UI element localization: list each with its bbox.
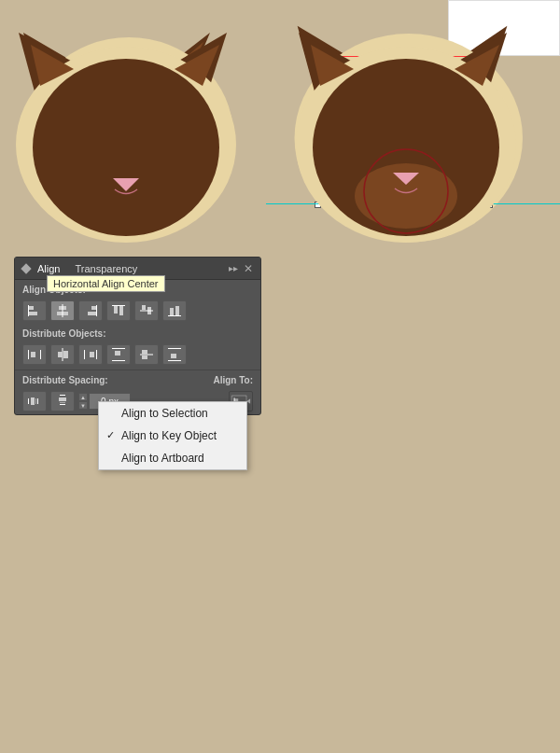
svg-rect-57	[59, 397, 66, 401]
panel-tabs: Align Transparency	[35, 263, 225, 274]
align-objects-label: Align Objects:	[15, 280, 260, 298]
distribute-objects-row	[15, 342, 260, 368]
svg-rect-53	[31, 397, 35, 405]
svg-rect-47	[142, 350, 147, 355]
distribute-bottom-button[interactable]	[162, 344, 187, 365]
distribute-v-spacing-button[interactable]	[50, 391, 75, 411]
panel-diamond-icon	[21, 263, 31, 273]
svg-rect-27	[112, 305, 125, 306]
cat-bottom-right	[285, 9, 537, 247]
panel-header: Align Transparency ▸▸ ✕	[15, 258, 260, 280]
align-to-dropdown-menu: Align to Selection Align to Key Object A…	[98, 401, 247, 470]
svg-rect-30	[140, 311, 153, 312]
distribute-h-spacing-button[interactable]	[22, 391, 47, 411]
svg-rect-55	[35, 398, 36, 404]
svg-rect-41	[90, 352, 94, 357]
distribute-center-h-button[interactable]	[50, 344, 75, 365]
svg-rect-23	[88, 312, 97, 315]
separator	[15, 370, 260, 370]
svg-rect-34	[28, 350, 29, 359]
cat-bottom-left	[5, 9, 257, 247]
spinner-up[interactable]: ▲	[78, 393, 88, 401]
align-to-artboard-item[interactable]: Align to Artboard	[99, 447, 246, 469]
spinner-down[interactable]: ▼	[78, 401, 88, 410]
spacing-spinner[interactable]: ▲ ▼	[78, 393, 88, 410]
distribute-objects-label: Distribute Objects:	[15, 324, 260, 342]
distribute-spacing-row: Distribute Spacing: Align To:	[15, 372, 260, 388]
svg-rect-45	[112, 360, 125, 361]
distribute-top-button[interactable]	[106, 344, 131, 365]
align-to-key-object-item[interactable]: Align to Key Object	[99, 425, 246, 447]
panel-close-icon[interactable]: ✕	[244, 262, 253, 275]
align-objects-row: Horizontal Align Center	[15, 298, 260, 324]
svg-rect-21	[63, 304, 63, 317]
svg-rect-35	[31, 352, 35, 357]
svg-rect-18	[28, 305, 29, 316]
svg-rect-39	[63, 351, 68, 358]
svg-rect-44	[115, 351, 120, 356]
distribute-center-v-button[interactable]	[134, 344, 159, 365]
canvas-area: Align Transparency ▸▸ ✕ Align Objects: H…	[0, 0, 560, 753]
svg-rect-24	[96, 305, 97, 316]
align-to-selection-item[interactable]: Align to Selection	[99, 402, 246, 425]
svg-rect-48	[142, 356, 147, 359]
svg-rect-51	[168, 348, 181, 349]
svg-rect-25	[114, 306, 118, 314]
tab-align[interactable]: Align	[35, 263, 62, 274]
svg-rect-42	[84, 350, 85, 359]
tab-transparency[interactable]: Transparency	[73, 263, 139, 274]
svg-rect-54	[37, 398, 38, 404]
svg-rect-58	[60, 404, 65, 405]
distribute-spacing-label: Distribute Spacing:	[22, 375, 108, 385]
svg-marker-65	[246, 398, 250, 404]
svg-rect-17	[28, 312, 37, 315]
distribute-right-button[interactable]	[78, 344, 103, 365]
svg-rect-32	[175, 306, 179, 315]
svg-rect-59	[60, 402, 65, 403]
svg-rect-26	[119, 306, 123, 315]
distribute-left-button[interactable]	[22, 344, 47, 365]
svg-rect-49	[168, 360, 181, 361]
svg-rect-43	[112, 348, 125, 349]
svg-rect-52	[28, 398, 29, 404]
svg-point-71	[33, 59, 219, 236]
svg-rect-38	[58, 352, 63, 357]
align-center-horizontal-button[interactable]: Horizontal Align Center	[50, 300, 75, 321]
align-left-button[interactable]	[22, 300, 47, 321]
svg-rect-28	[142, 305, 146, 310]
svg-rect-31	[170, 308, 174, 315]
svg-rect-40	[96, 350, 97, 359]
align-to-label: Align To:	[213, 375, 253, 385]
align-panel: Align Transparency ▸▸ ✕ Align Objects: H…	[14, 257, 261, 415]
align-right-button[interactable]	[78, 300, 103, 321]
svg-rect-50	[171, 354, 176, 358]
svg-rect-33	[168, 315, 181, 316]
align-bottom-button[interactable]	[162, 300, 187, 321]
align-center-vertical-button[interactable]	[134, 300, 159, 321]
svg-rect-56	[60, 395, 65, 396]
panel-expand-icon[interactable]: ▸▸	[229, 263, 238, 273]
align-top-button[interactable]	[106, 300, 131, 321]
svg-rect-36	[40, 350, 41, 359]
